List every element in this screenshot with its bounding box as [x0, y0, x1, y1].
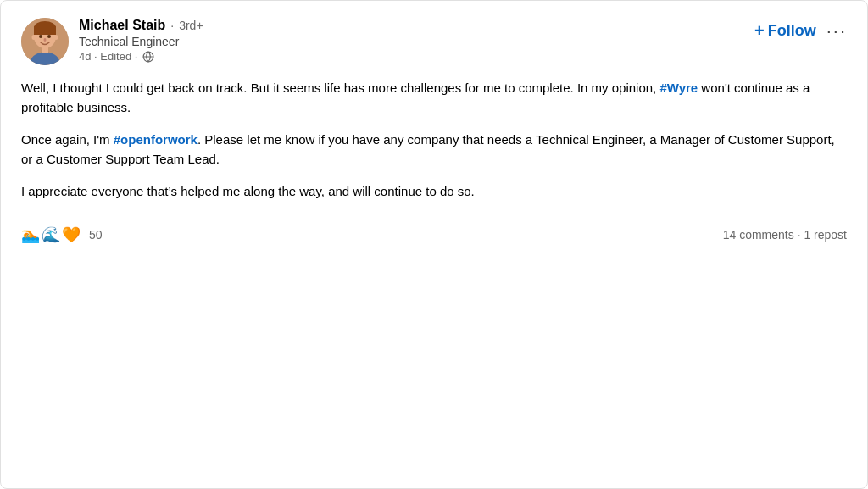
user-degree: 3rd+ — [179, 19, 203, 32]
svg-point-8 — [54, 35, 58, 40]
comments-count[interactable]: 14 comments — [723, 228, 794, 242]
hashtag-wyre[interactable]: #Wyre — [659, 81, 698, 95]
post-footer: 🏊 🌊 🧡 50 14 comments · 1 repost — [21, 219, 847, 244]
paragraph-2-before: Once again, I'm — [21, 132, 114, 147]
paragraph-1-before: Well, I thought I could get back on trac… — [21, 81, 659, 95]
paragraph-3: I appreciate everyone that’s helped me a… — [21, 182, 847, 202]
post-card: Michael Staib · 3rd+ Technical Engineer … — [0, 0, 868, 489]
follow-button[interactable]: + Follow — [754, 21, 816, 41]
post-meta: 4d · Edited · — [79, 50, 203, 63]
user-title: Technical Engineer — [79, 35, 203, 48]
user-name[interactable]: Michael Staib — [79, 18, 165, 33]
svg-point-4 — [39, 35, 42, 38]
reaction-emojis: 🏊 🌊 🧡 — [21, 225, 82, 244]
paragraph-2: Once again, I'm #openforwork. Please let… — [21, 131, 847, 169]
post-header: Michael Staib · 3rd+ Technical Engineer … — [21, 18, 847, 65]
svg-point-7 — [32, 35, 36, 40]
insightful-emoji: 🏊 — [21, 225, 40, 244]
heart-emoji: 🧡 — [62, 225, 81, 244]
post-time: 4d · Edited · — [79, 50, 137, 63]
like-emoji: 🌊 — [42, 225, 60, 244]
name-row: Michael Staib · 3rd+ — [79, 18, 203, 33]
hashtag-openforwork[interactable]: #openforwork — [114, 132, 198, 147]
user-details: Michael Staib · 3rd+ Technical Engineer … — [79, 18, 203, 63]
svg-rect-3 — [34, 26, 56, 35]
avatar[interactable] — [21, 18, 69, 65]
paragraph-1: Well, I thought I could get back on trac… — [21, 79, 847, 117]
post-body: Well, I thought I could get back on trac… — [21, 79, 847, 202]
plus-icon: + — [754, 21, 765, 41]
globe-icon — [142, 51, 154, 63]
more-options-button[interactable]: ··· — [826, 22, 847, 41]
post-stats: 14 comments · 1 repost — [723, 228, 847, 242]
follow-label: Follow — [768, 22, 816, 40]
user-info-section: Michael Staib · 3rd+ Technical Engineer … — [21, 18, 203, 65]
reactions-section: 🏊 🌊 🧡 50 — [21, 225, 103, 244]
repost-count[interactable]: 1 repost — [804, 228, 847, 242]
reaction-count[interactable]: 50 — [89, 228, 103, 242]
svg-point-5 — [47, 35, 51, 38]
svg-rect-9 — [42, 47, 48, 53]
svg-point-6 — [44, 38, 47, 42]
dot-separator: · — [170, 19, 174, 32]
action-buttons: + Follow ··· — [754, 21, 847, 41]
